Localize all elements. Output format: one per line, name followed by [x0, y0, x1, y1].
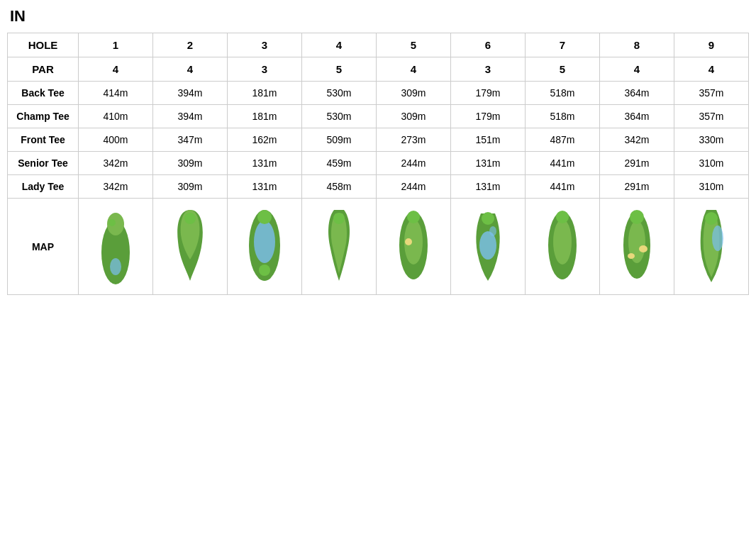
svg-point-13 [405, 238, 412, 245]
svg-point-15 [482, 212, 494, 225]
hole-5: 5 [377, 33, 451, 57]
hole-3: 3 [228, 33, 302, 57]
tee-3-hole-8: 310m [674, 152, 749, 175]
par-row: PAR 4 4 3 5 4 3 5 4 4 [8, 57, 749, 82]
tee-4-hole-6: 441m [526, 175, 600, 199]
tee-label-2: Front Tee [8, 128, 79, 152]
map-hole-2 [153, 199, 228, 295]
tee-2-hole-2: 162m [228, 128, 302, 152]
tee-2-hole-6: 487m [526, 128, 600, 152]
tee-4-hole-4: 244m [377, 175, 451, 199]
svg-point-8 [259, 265, 270, 276]
tee-4-hole-5: 131m [451, 175, 526, 199]
hole-8: 8 [600, 33, 674, 57]
tee-4-hole-7: 291m [600, 175, 674, 199]
svg-point-22 [630, 210, 644, 224]
tee-3-hole-3: 459m [302, 152, 377, 175]
svg-point-4 [184, 213, 196, 224]
tee-3-hole-6: 441m [526, 152, 600, 175]
par-6: 3 [451, 57, 526, 82]
map-hole-4 [302, 199, 377, 295]
tee-label-0: Back Tee [8, 82, 79, 105]
tee-1-hole-6: 518m [526, 105, 600, 128]
tee-2-hole-3: 509m [302, 128, 377, 152]
tee-4-hole-3: 458m [302, 175, 377, 199]
tee-0-hole-2: 181m [228, 82, 302, 105]
map-hole-9 [674, 199, 749, 295]
tee-1-hole-8: 357m [674, 105, 749, 128]
par-4: 5 [302, 57, 377, 82]
tee-0-hole-6: 518m [526, 82, 600, 105]
svg-point-26 [712, 226, 723, 251]
tee-0-hole-4: 309m [377, 82, 451, 105]
tee-0-hole-3: 530m [302, 82, 377, 105]
tee-3-hole-4: 244m [377, 152, 451, 175]
par-7: 5 [526, 57, 600, 82]
tee-4-hole-8: 310m [674, 175, 749, 199]
map-hole-6 [451, 199, 526, 295]
svg-point-3 [110, 258, 121, 275]
hole-row: HOLE 1 2 3 4 5 6 7 8 9 [8, 33, 749, 57]
tee-2-hole-1: 347m [153, 128, 228, 152]
par-3: 3 [228, 57, 302, 82]
map-label: MAP [8, 199, 79, 295]
tee-label-1: Champ Tee [8, 105, 79, 128]
par-5: 4 [377, 57, 451, 82]
tee-3-hole-7: 291m [600, 152, 674, 175]
tee-row-4: Lady Tee342m309m131m458m244m131m441m291m… [8, 175, 749, 199]
hole-4: 4 [302, 33, 377, 57]
tee-3-hole-5: 131m [451, 152, 526, 175]
hole-1: 1 [79, 33, 153, 57]
tee-row-1: Champ Tee410m394m181m530m309m179m518m364… [8, 105, 749, 128]
tee-3-hole-0: 342m [79, 152, 153, 175]
map-row: MAP [8, 199, 749, 295]
svg-point-9 [333, 213, 345, 224]
tee-4-hole-2: 131m [228, 175, 302, 199]
tee-2-hole-7: 342m [600, 128, 674, 152]
hole-6: 6 [451, 33, 526, 57]
map-hole-1 [79, 199, 153, 295]
tee-2-hole-4: 273m [377, 128, 451, 152]
svg-point-16 [489, 226, 496, 236]
tee-1-hole-5: 179m [451, 105, 526, 128]
map-hole-3 [228, 199, 302, 295]
tee-4-hole-0: 342m [79, 175, 153, 199]
tee-1-hole-0: 410m [79, 105, 153, 128]
map-hole-7 [526, 199, 600, 295]
tee-0-hole-5: 179m [451, 82, 526, 105]
par-8: 4 [600, 57, 674, 82]
tee-2-hole-0: 400m [79, 128, 153, 152]
svg-point-12 [407, 211, 420, 223]
tee-0-hole-8: 357m [674, 82, 749, 105]
map-hole-8 [600, 199, 674, 295]
tee-1-hole-2: 181m [228, 105, 302, 128]
tee-row-3: Senior Tee342m309m131m459m244m131m441m29… [8, 152, 749, 175]
par-header: PAR [8, 57, 79, 82]
par-9: 4 [674, 57, 749, 82]
tee-1-hole-7: 364m [600, 105, 674, 128]
tee-1-hole-1: 394m [153, 105, 228, 128]
page-title: IN [7, 7, 749, 26]
tee-4-hole-1: 309m [153, 175, 228, 199]
scorecard-table: HOLE 1 2 3 4 5 6 7 8 9 PAR 4 4 3 5 4 3 5… [7, 33, 749, 295]
tee-0-hole-0: 414m [79, 82, 153, 105]
tee-label-4: Lady Tee [8, 175, 79, 199]
tee-label-3: Senior Tee [8, 152, 79, 175]
svg-point-23 [639, 245, 647, 252]
svg-point-2 [109, 219, 116, 226]
hole-9: 9 [674, 33, 749, 57]
tee-0-hole-1: 394m [153, 82, 228, 105]
tee-2-hole-5: 151m [451, 128, 526, 152]
svg-point-19 [556, 211, 569, 223]
par-2: 4 [153, 57, 228, 82]
par-1: 4 [79, 57, 153, 82]
svg-point-25 [705, 212, 718, 225]
hole-header: HOLE [8, 33, 79, 57]
tee-1-hole-4: 309m [377, 105, 451, 128]
svg-point-18 [553, 219, 572, 265]
tee-0-hole-7: 364m [600, 82, 674, 105]
hole-2: 2 [153, 33, 228, 57]
tee-2-hole-8: 330m [674, 128, 749, 152]
tee-3-hole-1: 309m [153, 152, 228, 175]
svg-point-24 [628, 253, 635, 259]
